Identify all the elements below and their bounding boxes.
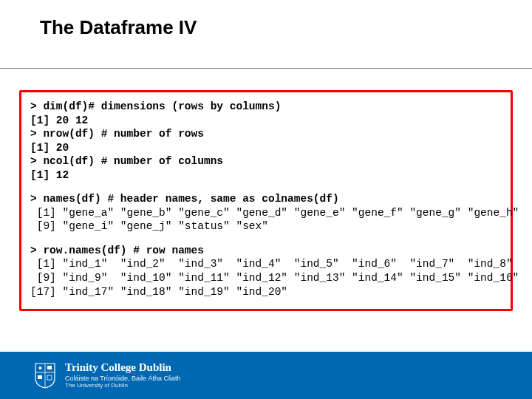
slide: The Dataframe IV > dim(df)# dimensions (… xyxy=(0,0,532,399)
code-out-rownames: [1] "ind_1" "ind_2" "ind_3" "ind_4" "ind… xyxy=(30,257,502,299)
code-cmd-names: > names(df) # header names, same as coln… xyxy=(30,192,502,206)
footer-text: Trinity College Dublin Coláiste na Tríon… xyxy=(65,361,181,389)
code-box: > dim(df)# dimensions (rows by columns) … xyxy=(19,90,513,311)
code-cmd-rownames: > row.names(df) # row names xyxy=(30,244,502,258)
code-block-rownames: > row.names(df) # row names [1] "ind_1" … xyxy=(30,244,502,299)
slide-title: The Dataframe IV xyxy=(40,16,197,39)
code-out-names: [1] "gene_a" "gene_b" "gene_c" "gene_d" … xyxy=(30,206,502,233)
svg-rect-4 xyxy=(38,375,42,379)
footer-sub2: The University of Dublin xyxy=(65,383,181,389)
footer-institution: Trinity College Dublin xyxy=(65,361,181,374)
svg-rect-3 xyxy=(47,366,52,369)
footer-bar: Trinity College Dublin Coláiste na Tríon… xyxy=(0,352,532,399)
crest-icon xyxy=(34,362,56,389)
divider xyxy=(0,68,532,69)
code-block-dim: > dim(df)# dimensions (rows by columns) … xyxy=(30,100,502,182)
svg-point-2 xyxy=(39,366,42,369)
code-block-names: > names(df) # header names, same as coln… xyxy=(30,192,502,233)
